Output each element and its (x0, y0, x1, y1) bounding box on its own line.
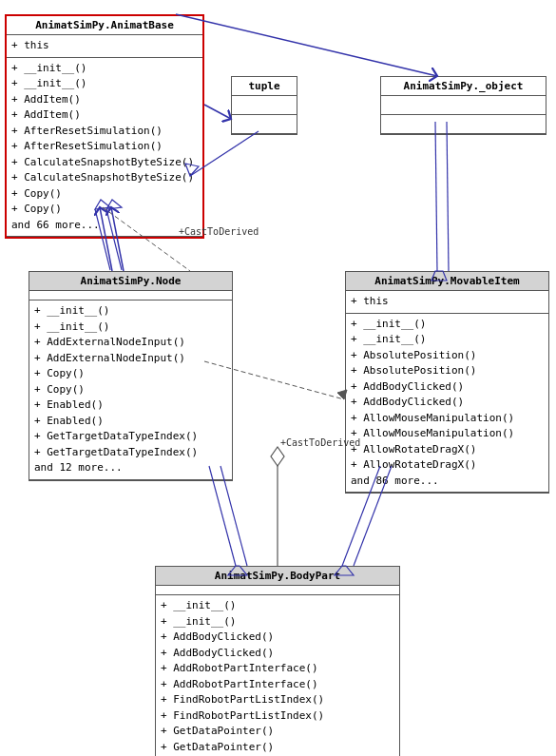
animat-base-title: AnimatSimPy.AnimatBase (7, 16, 202, 35)
object-title: AnimatSimPy._object (381, 77, 546, 96)
object-box: AnimatSimPy._object (380, 76, 546, 135)
node-box: AnimatSimPy.Node + __init__() + __init__… (29, 271, 233, 481)
animat-base-section2: + __init__() + __init__() + AddItem() + … (7, 58, 202, 238)
body-part-title: AnimatSimPy.BodyPart (156, 567, 399, 586)
body-part-section2: + __init__() + __init__() + AddBodyClick… (156, 595, 399, 756)
body-part-section1 (156, 586, 399, 595)
movable-item-section2: + __init__() + __init__() + AbsolutePosi… (346, 314, 548, 494)
svg-line-16 (220, 466, 247, 566)
svg-line-3 (204, 105, 231, 119)
object-section2 (381, 115, 546, 134)
tuple-title: tuple (232, 77, 297, 96)
node-to-bodypart (209, 466, 247, 575)
tuple-section1 (232, 96, 297, 115)
node-section2: + __init__() + __init__() + AddExternalN… (29, 300, 232, 480)
svg-line-11 (435, 122, 437, 271)
cast-to-derived-label-2: +CastToDerived (280, 437, 360, 448)
movable-item-box: AnimatSimPy.MovableItem + this + __init_… (345, 271, 549, 494)
bodypart-diamond (271, 447, 284, 566)
svg-marker-22 (271, 447, 284, 466)
svg-line-4 (176, 14, 437, 76)
object-section1 (381, 96, 546, 115)
animat-base-box: AnimatSimPy.AnimatBase + this + __init__… (5, 14, 204, 239)
node-title: AnimatSimPy.Node (29, 272, 232, 291)
tuple-section2 (232, 115, 297, 134)
animat-base-section1: + this (7, 35, 202, 58)
cast-to-derived-label-1: +CastToDerived (179, 226, 259, 237)
movable-item-section1: + this (346, 291, 548, 314)
body-part-box: AnimatSimPy.BodyPart + __init__() + __in… (155, 566, 400, 756)
diagram-container: AnimatSimPy.AnimatBase + this + __init__… (0, 0, 556, 756)
svg-line-12 (447, 122, 449, 271)
tuple-box: tuple (231, 76, 297, 135)
object-to-movableitem (431, 122, 449, 281)
svg-line-15 (209, 466, 236, 566)
movable-item-title: AnimatSimPy.MovableItem (346, 272, 548, 291)
node-section1 (29, 291, 232, 300)
